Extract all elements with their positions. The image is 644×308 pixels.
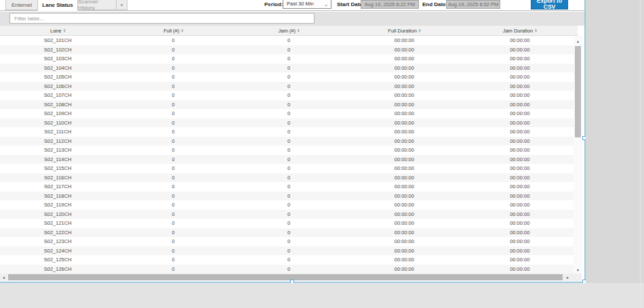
cell: 0 xyxy=(115,237,230,246)
cell: 0 xyxy=(231,265,346,274)
cell: S02_107CH xyxy=(0,91,115,100)
cell: 0 xyxy=(231,200,346,210)
cell: 0 xyxy=(231,45,346,55)
sort-icon: ▴▾ xyxy=(419,28,421,33)
vertical-scrollbar[interactable]: ▲ ▼ xyxy=(573,36,582,273)
table-body: S02_101CH0000:00:0000:00:00S02_102CH0000… xyxy=(0,36,578,273)
column-header-jam[interactable]: Jam (#)▴▾ xyxy=(231,26,346,35)
filter-input[interactable] xyxy=(9,13,315,24)
tab-bar: EnternetLane StatusScanner History+ Peri… xyxy=(0,0,584,11)
cell: S02_116CH xyxy=(0,173,115,183)
scroll-right-arrow-icon[interactable]: ► xyxy=(564,273,571,281)
filter-strip xyxy=(0,12,584,26)
cell: S02_108CH xyxy=(0,100,115,110)
cell: 00:00:00 xyxy=(462,146,578,155)
table-row[interactable]: S02_110CH0000:00:0000:00:00 xyxy=(0,118,578,128)
table-row[interactable]: S02_101CH0000:00:0000:00:00 xyxy=(0,36,578,45)
table-row[interactable]: S02_117CH0000:00:0000:00:00 xyxy=(0,182,578,192)
column-label: Jam (#) xyxy=(279,28,296,34)
cell: 00:00:00 xyxy=(346,219,462,228)
cell: 00:00:00 xyxy=(462,219,578,228)
table-row[interactable]: S02_125CH0000:00:0000:00:00 xyxy=(0,255,578,265)
cell: 0 xyxy=(231,182,346,192)
cell: 0 xyxy=(115,228,230,238)
cell: 0 xyxy=(115,173,230,183)
cell: 00:00:00 xyxy=(462,200,578,210)
table-row[interactable]: S02_113CH0000:00:0000:00:00 xyxy=(0,146,578,155)
cell: 0 xyxy=(231,118,346,128)
table-row[interactable]: S02_120CH0000:00:0000:00:00 xyxy=(0,210,578,219)
table-row[interactable]: S02_123CH0000:00:0000:00:00 xyxy=(0,237,578,246)
cell: S02_117CH xyxy=(0,182,115,192)
cell: 0 xyxy=(231,192,346,201)
cell: 0 xyxy=(115,36,230,45)
table-row[interactable]: S02_114CH0000:00:0000:00:00 xyxy=(0,155,578,164)
cell: 00:00:00 xyxy=(462,64,578,73)
table-row[interactable]: S02_121CH0000:00:0000:00:00 xyxy=(0,219,578,228)
horizontal-scrollbar-thumb[interactable] xyxy=(8,274,563,280)
table-row[interactable]: S02_102CH0000:00:0000:00:00 xyxy=(0,45,578,55)
table-row[interactable]: S02_109CH0000:00:0000:00:00 xyxy=(0,109,578,118)
cell: 00:00:00 xyxy=(462,36,578,45)
cell: 0 xyxy=(115,155,230,164)
cell: S02_105CH xyxy=(0,72,115,82)
cell: 00:00:00 xyxy=(462,228,578,238)
cell: 00:00:00 xyxy=(346,82,462,91)
cell: S02_114CH xyxy=(0,155,115,164)
cell: 0 xyxy=(231,228,346,238)
table-row[interactable]: S02_111CH0000:00:0000:00:00 xyxy=(0,127,578,137)
cell: 00:00:00 xyxy=(462,237,578,246)
cell: S02_101CH xyxy=(0,36,115,45)
table-row[interactable]: S02_116CH0000:00:0000:00:00 xyxy=(0,173,578,183)
cell: 00:00:00 xyxy=(346,237,462,246)
cell: S02_115CH xyxy=(0,164,115,173)
period-select[interactable]: Past 30 Min ⌄ xyxy=(283,0,331,9)
cell: 00:00:00 xyxy=(346,164,462,173)
cell: S02_106CH xyxy=(0,82,115,91)
column-header-full[interactable]: Full (#)▴▾ xyxy=(115,26,230,35)
table-row[interactable]: S02_126CH0000:00:0000:00:00 xyxy=(0,265,578,274)
cell: 00:00:00 xyxy=(462,137,578,146)
tab-lane-status[interactable]: Lane Status xyxy=(37,0,78,11)
sort-icon: ▴▾ xyxy=(182,28,184,33)
table-row[interactable]: S02_106CH0000:00:0000:00:00 xyxy=(0,82,578,91)
cell: 00:00:00 xyxy=(346,210,462,219)
tab-add[interactable]: + xyxy=(116,0,127,10)
cell: 0 xyxy=(115,127,230,137)
table-row[interactable]: S02_124CH0000:00:0000:00:00 xyxy=(0,246,578,256)
cell: 0 xyxy=(115,146,230,155)
cell: 00:00:00 xyxy=(346,155,462,164)
table-row[interactable]: S02_108CH0000:00:0000:00:00 xyxy=(0,100,578,110)
chevron-down-icon: ⌄ xyxy=(324,0,328,9)
cell: 00:00:00 xyxy=(462,246,578,256)
table-row[interactable]: S02_107CH0000:00:0000:00:00 xyxy=(0,91,578,100)
app-window: EnternetLane StatusScanner History+ Peri… xyxy=(0,0,584,282)
cell: 00:00:00 xyxy=(346,173,462,183)
period-label: Period: xyxy=(264,1,283,7)
table-row[interactable]: S02_103CH0000:00:0000:00:00 xyxy=(0,54,578,64)
table-row[interactable]: S02_104CH0000:00:0000:00:00 xyxy=(0,64,578,73)
table-row[interactable]: S02_119CH0000:00:0000:00:00 xyxy=(0,200,578,210)
scroll-up-arrow-icon[interactable]: ▲ xyxy=(573,37,582,45)
column-label: Lane xyxy=(50,28,62,34)
column-label: Full Duration xyxy=(388,28,417,34)
cell: 0 xyxy=(115,182,230,192)
cell: 00:00:00 xyxy=(462,182,578,192)
scroll-down-arrow-icon[interactable]: ▼ xyxy=(573,266,582,273)
cell: 00:00:00 xyxy=(462,210,578,219)
column-header-jam-duration[interactable]: Jam Duration▴▾ xyxy=(462,26,578,35)
table-row[interactable]: S02_122CH0000:00:0000:00:00 xyxy=(0,228,578,238)
scroll-left-arrow-icon[interactable]: ◄ xyxy=(0,273,7,281)
tab-enternet[interactable]: Enternet xyxy=(5,0,38,10)
vertical-scrollbar-thumb[interactable] xyxy=(575,46,581,137)
cell: S02_119CH xyxy=(0,200,115,210)
table-row[interactable]: S02_105CH0000:00:0000:00:00 xyxy=(0,72,578,82)
column-header-full-duration[interactable]: Full Duration▴▾ xyxy=(346,26,462,35)
column-header-lane[interactable]: Lane▴▾ xyxy=(0,26,115,35)
table-row[interactable]: S02_115CH0000:00:0000:00:00 xyxy=(0,164,578,173)
export-csv-button[interactable]: Export to CSV xyxy=(531,0,568,9)
tab-scanner-history[interactable]: Scanner History xyxy=(77,0,117,10)
table-row[interactable]: S02_112CH0000:00:0000:00:00 xyxy=(0,137,578,146)
end-date-label: End Date: xyxy=(422,1,447,7)
table-row[interactable]: S02_118CH0000:00:0000:00:00 xyxy=(0,192,578,201)
